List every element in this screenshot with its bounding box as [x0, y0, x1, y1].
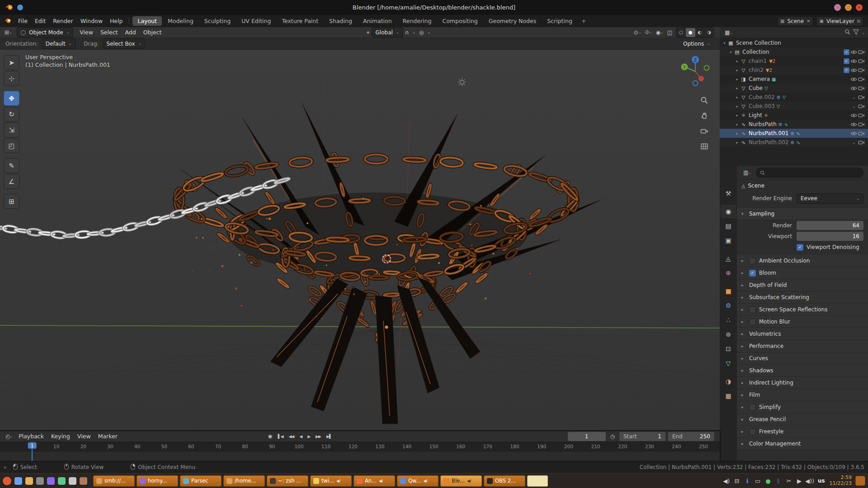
- play-reverse-button[interactable]: ◀: [297, 433, 304, 440]
- outliner-row-nurbspath-002[interactable]: ▸∿NurbsPath.002⚙∿⌄: [720, 138, 868, 147]
- properties-tab-modifiers[interactable]: ⚙: [721, 299, 736, 312]
- render-visibility-icon[interactable]: [858, 77, 865, 82]
- properties-tab-particles[interactable]: ∴: [721, 313, 736, 327]
- properties-tab-constraints[interactable]: ⊡: [721, 342, 736, 356]
- workspace-tab-geometry-nodes[interactable]: Geometry Nodes: [484, 16, 541, 26]
- launcher-editor-icon[interactable]: [69, 477, 76, 485]
- expand-arrow-icon[interactable]: ▸: [734, 95, 740, 99]
- taskbar-window-smb-[interactable]: smb://...: [93, 475, 135, 487]
- jump-to-end-button[interactable]: ▶▌: [325, 433, 334, 440]
- tray-info-icon[interactable]: ℹ: [743, 478, 752, 484]
- section-subsurface-scattering[interactable]: ▸Subsurface Scattering: [737, 291, 868, 304]
- editor-type-icon[interactable]: ◴ ⌄: [4, 433, 15, 440]
- play-button[interactable]: ▶: [306, 433, 312, 440]
- section-curves[interactable]: ▸Curves: [737, 352, 868, 365]
- render-visibility-icon[interactable]: [858, 59, 865, 64]
- frame-end-field[interactable]: End 250: [668, 432, 714, 441]
- tray-bluetooth-icon[interactable]: ᛒ: [774, 478, 783, 484]
- shading-wireframe-icon[interactable]: ○: [676, 28, 686, 37]
- viewport-denoising-checkbox[interactable]: ✓: [797, 244, 803, 251]
- section-indirect-lighting[interactable]: ▸Indirect Lighting: [737, 377, 868, 389]
- tray-mixer-icon[interactable]: ◀)): [805, 478, 814, 484]
- expand-arrow-icon[interactable]: ▸: [734, 104, 740, 108]
- eye-icon[interactable]: [850, 77, 858, 82]
- minimize-button[interactable]: –: [834, 4, 841, 11]
- camera-view-icon[interactable]: [699, 126, 710, 136]
- timeline-menu-keying[interactable]: Keying: [47, 431, 74, 441]
- viewport-menu-select[interactable]: Select: [97, 27, 122, 38]
- move-tool[interactable]: ✥: [4, 91, 19, 106]
- taskbar-window--home-[interactable]: /home...: [223, 475, 265, 487]
- properties-tab-output[interactable]: ▤: [721, 219, 736, 233]
- expand-arrow-icon[interactable]: ▸: [734, 131, 740, 136]
- maximize-button[interactable]: ▢: [845, 4, 852, 11]
- outliner-row-scene-collection[interactable]: ▾▦Scene Collection: [720, 38, 868, 47]
- section-screen-space-reflections[interactable]: ▸Screen Space Reflections: [737, 304, 868, 316]
- eye-closed-icon[interactable]: ⌄: [850, 140, 858, 145]
- sampling-render-field[interactable]: 64: [797, 221, 863, 230]
- tray-volume-icon[interactable]: ◀): [722, 478, 731, 484]
- section-simplify[interactable]: ▸Simplify: [737, 401, 868, 413]
- section-checkbox[interactable]: [749, 428, 756, 435]
- rotate-tool[interactable]: ↻: [4, 107, 19, 122]
- drag-dropdown[interactable]: Select Box ⌄: [103, 38, 146, 49]
- taskbar-window-ble-[interactable]: Ble...◀): [440, 475, 482, 487]
- clock[interactable]: 2:59 11/22/23: [830, 475, 852, 486]
- shading-rendered-icon[interactable]: ◑: [704, 28, 714, 37]
- snap-magnet-icon[interactable]: ∩: [403, 29, 411, 36]
- section-performance[interactable]: ▸Performance: [737, 340, 868, 352]
- overlays-toggle-icon[interactable]: ◉ ⌄: [654, 29, 665, 36]
- orientation-dropdown[interactable]: Global ⌄: [372, 27, 403, 38]
- eye-icon[interactable]: [850, 86, 858, 91]
- options-button[interactable]: Options ⌄: [679, 38, 714, 49]
- render-visibility-icon[interactable]: [858, 113, 865, 118]
- eye-icon[interactable]: [850, 122, 858, 127]
- render-visibility-icon[interactable]: [858, 104, 865, 109]
- render-engine-dropdown[interactable]: Eevee ⌄: [797, 193, 863, 204]
- eye-icon[interactable]: [850, 113, 858, 118]
- pan-hand-icon[interactable]: [699, 110, 710, 121]
- render-visibility-icon[interactable]: [858, 95, 865, 100]
- outliner-row-chain1[interactable]: ▸▽chain1▼2✓: [720, 56, 868, 66]
- exclude-checkbox[interactable]: ✓: [844, 49, 849, 55]
- expand-arrow-icon[interactable]: ▸: [734, 86, 740, 90]
- section-film[interactable]: ▸Film: [737, 389, 868, 401]
- section-checkbox[interactable]: [749, 306, 756, 313]
- current-frame-field[interactable]: 1: [568, 432, 606, 441]
- viewport-canvas[interactable]: User Perspective (1) Collection | NurbsP…: [0, 50, 720, 430]
- workspace-tab-sculpting[interactable]: Sculpting: [199, 16, 236, 26]
- menu-help[interactable]: Help: [106, 15, 127, 27]
- section-bloom[interactable]: ▸✓Bloom: [737, 267, 868, 279]
- outliner-row-nurbspath[interactable]: ▸∿NurbsPath⚙∿: [720, 120, 868, 129]
- section-checkbox[interactable]: ✓: [749, 270, 756, 277]
- taskbar-window--zsh-[interactable]: ~: zsh ...: [267, 475, 308, 487]
- editor-type-icon[interactable]: ⊞ ⌄: [3, 29, 14, 36]
- proportional-edit-icon[interactable]: ◎: [417, 29, 425, 36]
- properties-search-input[interactable]: [756, 168, 863, 178]
- jump-to-start-button[interactable]: ▌◀: [276, 433, 285, 440]
- eye-closed-icon[interactable]: ⌄: [850, 95, 858, 99]
- proportional-dropdown-icon[interactable]: ⌄: [426, 30, 433, 34]
- viewport-menu-add[interactable]: Add: [122, 27, 140, 38]
- annotate-tool[interactable]: ✎: [4, 158, 19, 173]
- cursor-tool[interactable]: ⊹: [4, 71, 19, 86]
- menu-edit[interactable]: Edit: [31, 15, 49, 27]
- copy-icon[interactable]: ⧉: [857, 19, 860, 24]
- scale-tool[interactable]: ⇲: [4, 122, 19, 137]
- expand-arrow-icon[interactable]: ▸: [734, 68, 740, 72]
- next-keyframe-button[interactable]: ▶▶: [314, 433, 323, 440]
- launcher-browser-icon[interactable]: [14, 477, 22, 485]
- close-icon[interactable]: ✕: [807, 19, 810, 23]
- navigation-gizmo[interactable]: Z Y: [678, 54, 712, 89]
- workspace-tab-texture-paint[interactable]: Texture Paint: [277, 16, 323, 26]
- eye-closed-icon[interactable]: ⌄: [850, 104, 858, 108]
- stopwatch-icon[interactable]: ◷: [609, 433, 617, 440]
- scene-selector[interactable]: ▦ Scene ✕: [777, 16, 813, 26]
- mode-dropdown[interactable]: ◯ Object Mode ⌄: [17, 27, 74, 38]
- section-checkbox[interactable]: [749, 319, 756, 325]
- sampling-panel-header[interactable]: ▾ Sampling: [737, 207, 868, 220]
- section-depth-of-field[interactable]: ▸Depth of Field: [737, 279, 868, 291]
- render-visibility-icon[interactable]: [858, 140, 865, 145]
- expand-arrow-icon[interactable]: ▾: [728, 50, 734, 54]
- launcher-chat-icon[interactable]: [47, 477, 55, 485]
